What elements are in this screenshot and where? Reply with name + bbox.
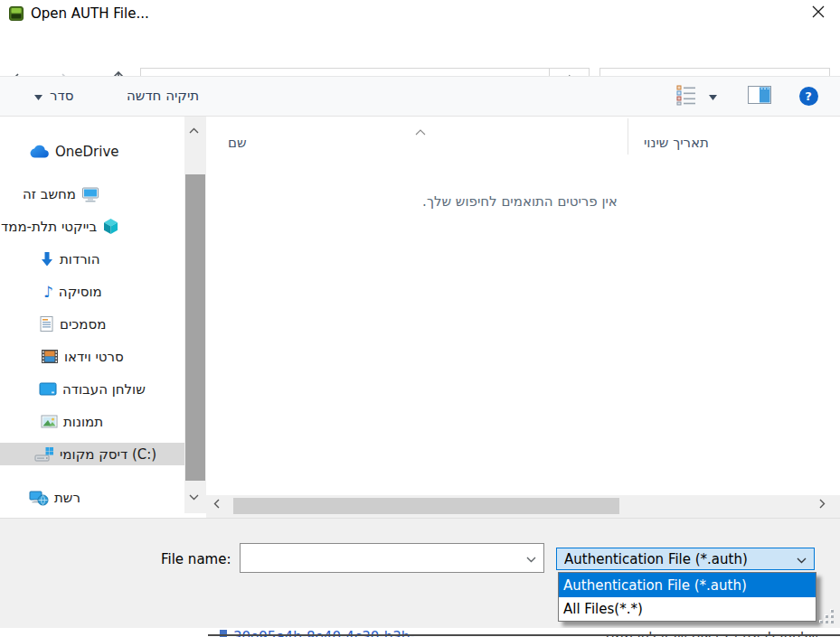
triangle-down-icon	[34, 88, 42, 104]
app-icon	[9, 6, 24, 21]
cube-icon	[102, 218, 119, 235]
network-icon	[29, 490, 49, 506]
sidebar-tree: OneDriveמחשב זהבייקטי תלת-ממדהורדות♪מוסי…	[0, 117, 184, 518]
desktop-icon	[39, 382, 57, 396]
file-type-combobox[interactable]: Authentication File (*.auth)	[556, 548, 815, 570]
sidebar-item-label: דיסק מקומי (C:)	[60, 446, 156, 463]
sidebar-item-label: סרטי וידאו	[64, 349, 124, 365]
background-rule	[208, 634, 840, 636]
help-icon: ?	[799, 87, 818, 106]
file-type-value: Authentication File (*.auth)	[564, 551, 797, 567]
empty-folder-message: אין פריטים התואמים לחיפוש שלך.	[389, 193, 651, 210]
preview-pane-icon	[748, 86, 771, 108]
sidebar-scrollbar-thumb[interactable]	[185, 174, 205, 481]
sidebar-item-label: שולחן העבודה	[62, 381, 146, 398]
sidebar-item-3d-objects[interactable]: בייקטי תלת-ממד	[0, 215, 184, 238]
sidebar-item-onedrive[interactable]: OneDrive	[0, 140, 184, 163]
file-name-label: File name:	[161, 551, 231, 567]
cloud-icon	[30, 145, 50, 159]
sidebar-item-network[interactable]: רשת	[0, 486, 184, 509]
sidebar-item-music[interactable]: ♪מוסיקה	[0, 280, 184, 303]
view-mode-button[interactable]	[675, 85, 698, 108]
sort-chevron-icon	[415, 123, 426, 139]
sidebar-item-desktop[interactable]: שולחן העבודה	[0, 378, 184, 400]
sidebar-item-label: OneDrive	[55, 144, 119, 160]
picture-icon	[41, 415, 58, 428]
close-icon	[812, 5, 825, 22]
disk-icon	[34, 446, 54, 463]
title-bar: Open AUTH File...	[0, 0, 840, 27]
sidebar-item-label: תמונות	[63, 414, 103, 430]
preview-pane-button[interactable]	[748, 86, 771, 108]
sidebar-item-label: הורדות	[60, 251, 100, 267]
close-button[interactable]	[808, 5, 828, 22]
scroll-left-icon[interactable]	[213, 499, 220, 509]
navigation-bar: « m39... › MT6765_alps_k62v1_6... חיפוש …	[0, 27, 840, 76]
help-button[interactable]: ?	[798, 85, 819, 107]
file-type-option[interactable]: Authentication File (*.auth)	[559, 573, 816, 597]
view-mode-chevron[interactable]	[707, 92, 718, 99]
triangle-down-icon	[709, 88, 717, 104]
sidebar-item-label: רשת	[54, 490, 80, 506]
sidebar-item-label: מסמכים	[60, 316, 106, 333]
sidebar-item-label: בייקטי תלת-ממד	[1, 219, 97, 235]
document-icon	[39, 315, 54, 333]
column-header-name[interactable]: שם	[228, 135, 247, 151]
horizontal-scrollbar-thumb[interactable]	[233, 498, 619, 514]
file-type-chevron-icon	[797, 551, 807, 567]
sidebar-item-label: מחשב זה	[23, 186, 76, 202]
new-folder-button[interactable]: תיקיה חדשה	[127, 88, 199, 104]
open-file-dialog: Open AUTH File... « m39... › MT6765_alps…	[0, 0, 840, 637]
sidebar-item-local-disk[interactable]: דיסק מקומי (C:)	[0, 443, 184, 465]
file-type-option[interactable]: All Files(*.*)	[559, 597, 816, 621]
scroll-down-icon[interactable]	[189, 494, 199, 501]
sidebar-item-downloads[interactable]: הורדות	[0, 248, 184, 270]
list-view-icon	[675, 84, 698, 109]
file-name-input[interactable]	[240, 543, 544, 573]
window-title: Open AUTH File...	[31, 5, 149, 22]
download-icon	[40, 251, 54, 267]
new-folder-label: תיקיה חדשה	[127, 88, 199, 104]
monitor-icon	[81, 186, 99, 202]
file-list-area: שם תאריך שינוי	[206, 117, 840, 495]
film-icon	[41, 349, 59, 364]
scroll-up-icon[interactable]	[189, 127, 199, 134]
sidebar-item-this-pc[interactable]: מחשב זה	[0, 183, 184, 205]
sidebar-item-pictures[interactable]: תמונות	[0, 410, 184, 433]
command-toolbar: סדר תיקיה חדשה ?	[0, 76, 840, 117]
column-header-date[interactable]: תאריך שינוי	[644, 135, 709, 151]
resize-grip[interactable]	[819, 609, 835, 625]
column-divider	[628, 118, 628, 155]
sidebar-item-videos[interactable]: סרטי וידאו	[0, 345, 184, 368]
organize-button[interactable]: סדר	[34, 88, 73, 104]
sidebar-item-label: מוסיקה	[59, 284, 102, 300]
file-name-chevron-icon[interactable]	[526, 550, 536, 567]
sidebar-item-documents[interactable]: מסמכים	[0, 313, 184, 335]
music-icon: ♪	[43, 284, 53, 300]
scroll-right-icon[interactable]	[819, 499, 826, 509]
organize-label: סדר	[50, 88, 73, 104]
file-type-dropdown: Authentication File (*.auth)All Files(*.…	[558, 572, 816, 622]
